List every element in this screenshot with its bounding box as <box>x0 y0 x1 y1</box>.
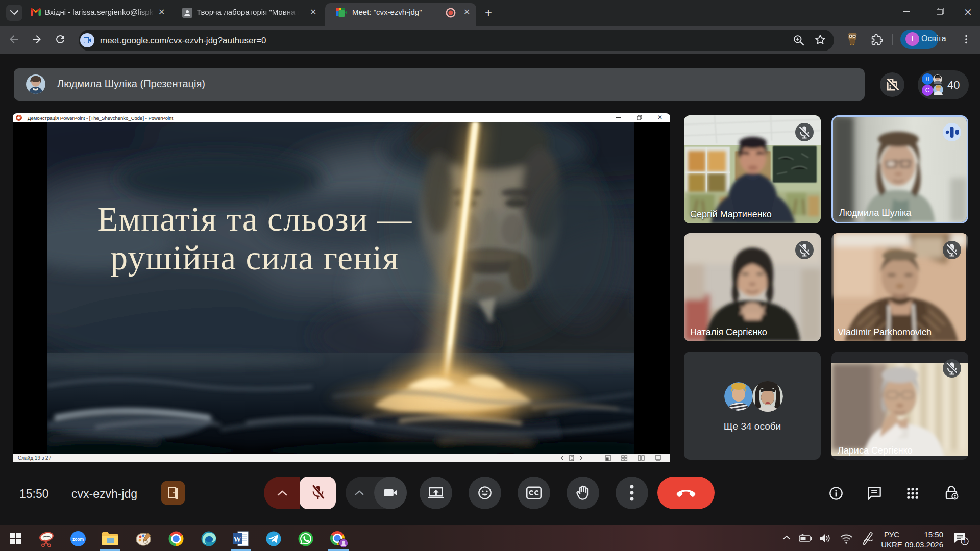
svg-text:Vladimir Parkhomovich: Vladimir Parkhomovich <box>838 327 932 337</box>
svg-text:W: W <box>234 535 241 543</box>
svg-text:Лариса Сергієнко: Лариса Сергієнко <box>838 445 913 456</box>
svg-text:zoom: zoom <box>72 537 84 542</box>
svg-text:Ще 34 особи: Ще 34 особи <box>724 421 781 432</box>
svg-text:Людмила Шуліка: Людмила Шуліка <box>839 208 912 218</box>
svg-text:Сергій Мартиненко: Сергій Мартиненко <box>690 209 772 219</box>
svg-text:1: 1 <box>963 539 966 544</box>
svg-text:Наталія Сергієнко: Наталія Сергієнко <box>690 327 767 337</box>
